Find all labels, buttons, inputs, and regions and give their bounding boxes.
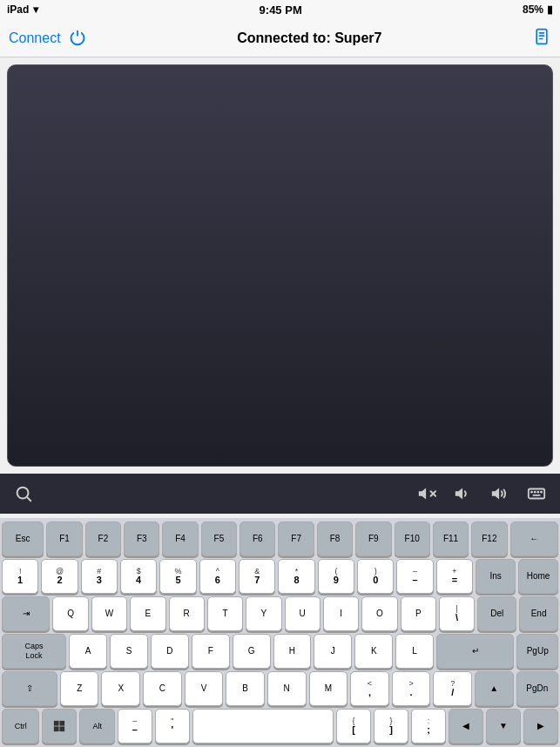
svg-line-5 (27, 497, 30, 501)
key-f6[interactable]: F6 (240, 522, 275, 556)
key-f11[interactable]: F11 (433, 522, 469, 556)
key-l[interactable]: L (395, 634, 434, 669)
key-space[interactable] (192, 709, 334, 744)
key-8[interactable]: *8 (278, 559, 314, 594)
volume-down-icon[interactable] (450, 481, 476, 507)
key-f10[interactable]: F10 (395, 522, 430, 556)
key-semicolon-bottom[interactable]: {[ (336, 709, 371, 744)
svg-marker-10 (492, 488, 499, 500)
key-bracket-close[interactable]: }] (374, 709, 408, 744)
key-quote[interactable]: "' (155, 709, 190, 744)
key-i[interactable]: I (323, 596, 359, 631)
key-shift-left[interactable]: ⇧ (2, 671, 57, 706)
key-win[interactable] (42, 709, 77, 744)
key-f1[interactable]: F1 (46, 522, 82, 556)
key-slash[interactable]: ?/ (433, 671, 472, 706)
key-p[interactable]: P (401, 596, 436, 631)
key-9[interactable]: (9 (318, 559, 354, 594)
key-w[interactable]: W (91, 596, 127, 631)
keyboard: Esc F1 F2 F3 F4 F5 F6 F7 F8 F9 F10 F11 F… (0, 518, 560, 747)
key-capslock[interactable]: CapsLock (2, 634, 66, 669)
toolbar-right (414, 481, 550, 507)
key-dash-bottom[interactable]: –– (118, 709, 152, 744)
key-m[interactable]: M (309, 671, 348, 706)
key-6[interactable]: ^6 (199, 559, 236, 594)
key-u[interactable]: U (285, 596, 320, 631)
key-pgdn[interactable]: PgDn (516, 671, 558, 706)
key-tab[interactable]: ⇥ (2, 596, 50, 631)
key-7[interactable]: &7 (239, 559, 275, 594)
key-0[interactable]: )0 (357, 559, 394, 594)
key-ins[interactable]: Ins (476, 559, 516, 594)
volume-mute-icon[interactable] (414, 481, 440, 507)
key-a[interactable]: A (69, 634, 107, 669)
key-up-arrow[interactable]: ▲ (475, 671, 514, 706)
key-equals[interactable]: += (436, 559, 473, 594)
key-z[interactable]: Z (60, 671, 99, 706)
key-f3[interactable]: F3 (124, 522, 159, 556)
key-end[interactable]: End (519, 596, 558, 631)
key-o[interactable]: O (361, 596, 397, 631)
power-icon[interactable] (68, 29, 87, 48)
keyboard-row-6: Ctrl Alt –– "' {[ }] :; ◀ ▼ ▶ (2, 709, 558, 744)
key-down-arrow[interactable]: ▼ (486, 709, 521, 744)
key-r[interactable]: R (169, 596, 205, 631)
key-f12[interactable]: F12 (471, 522, 507, 556)
key-del[interactable]: Del (477, 596, 516, 631)
key-h[interactable]: H (273, 634, 312, 669)
search-icon[interactable] (10, 481, 37, 507)
key-v[interactable]: V (185, 671, 224, 706)
key-home[interactable]: Home (518, 559, 558, 594)
key-b[interactable]: B (226, 671, 265, 706)
key-y[interactable]: Y (246, 596, 281, 631)
keyboard-row-5: ⇧ Z X C V B N M <, >. ?/ ▲ PgDn (2, 671, 558, 706)
key-3[interactable]: #3 (81, 559, 118, 594)
key-x[interactable]: X (101, 671, 140, 706)
key-pgup[interactable]: PgUp (516, 634, 558, 669)
remote-screen[interactable] (7, 64, 553, 467)
key-g[interactable]: G (233, 634, 271, 669)
key-n[interactable]: N (267, 671, 307, 706)
connect-button[interactable]: Connect (9, 30, 61, 46)
carrier-label: iPad (7, 3, 29, 16)
key-enter[interactable]: ↵ (436, 634, 514, 669)
key-comma[interactable]: <, (350, 671, 389, 706)
key-ctrl[interactable]: Ctrl (2, 709, 39, 744)
key-5[interactable]: %5 (159, 559, 196, 594)
status-left: iPad ▾ (7, 3, 38, 16)
key-q[interactable]: Q (52, 596, 88, 631)
key-f9[interactable]: F9 (355, 522, 391, 556)
key-c[interactable]: C (143, 671, 182, 706)
nav-right (532, 27, 551, 49)
keyboard-icon[interactable] (523, 481, 550, 507)
key-2[interactable]: @2 (41, 559, 78, 594)
key-k[interactable]: K (354, 634, 393, 669)
key-j[interactable]: J (314, 634, 352, 669)
key-f[interactable]: F (192, 634, 230, 669)
key-f5[interactable]: F5 (201, 522, 237, 556)
nav-left: Connect (9, 29, 87, 48)
document-icon[interactable] (532, 27, 551, 46)
key-d[interactable]: D (151, 634, 189, 669)
key-esc[interactable]: Esc (2, 522, 44, 556)
key-f7[interactable]: F7 (278, 522, 314, 556)
key-backslash[interactable]: |\ (439, 596, 475, 631)
key-f8[interactable]: F8 (317, 522, 353, 556)
key-alt[interactable]: Alt (79, 709, 114, 744)
svg-rect-19 (54, 726, 59, 731)
key-e[interactable]: E (130, 596, 165, 631)
key-4[interactable]: $4 (120, 559, 157, 594)
key-minus[interactable]: –– (396, 559, 433, 594)
key-s[interactable]: S (110, 634, 148, 669)
key-backspace[interactable]: ← (510, 522, 558, 556)
key-f4[interactable]: F4 (162, 522, 198, 556)
key-colon[interactable]: :; (411, 709, 446, 744)
key-f2[interactable]: F2 (85, 522, 121, 556)
key-t[interactable]: T (207, 596, 243, 631)
key-left-arrow[interactable]: ◀ (449, 709, 483, 744)
key-right-arrow[interactable]: ▶ (523, 709, 558, 744)
volume-up-icon[interactable] (487, 481, 513, 507)
key-1[interactable]: !1 (2, 559, 38, 594)
battery-icon: ▮ (547, 3, 553, 16)
key-period[interactable]: >. (392, 671, 431, 706)
